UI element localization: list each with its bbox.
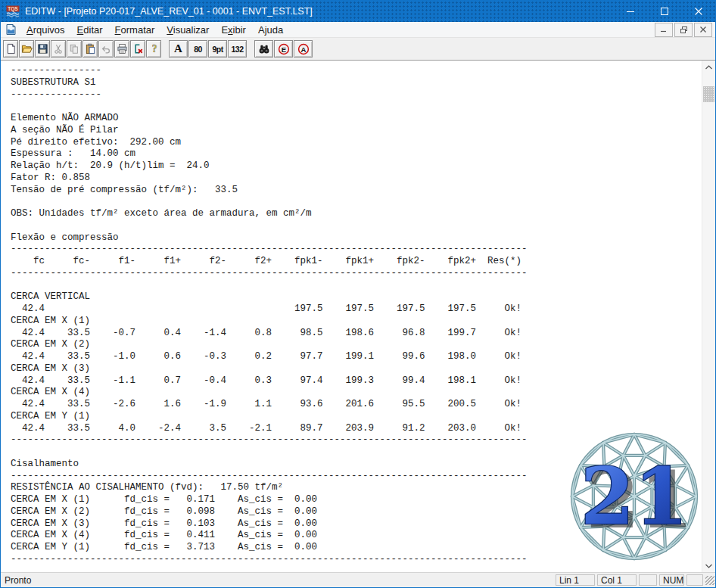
mdi-restore-icon	[680, 26, 687, 33]
menu-item-ajuda[interactable]: Ajuda	[252, 23, 289, 36]
scrollbar-thumb[interactable]	[703, 86, 714, 102]
circle-e-icon: E	[278, 43, 290, 55]
mdi-close-button[interactable]	[694, 23, 712, 37]
document-wave-icon	[5, 23, 17, 36]
empty-pane-2	[686, 574, 703, 586]
new-button[interactable]	[3, 40, 18, 58]
mdi-minimize-icon	[661, 26, 667, 33]
column-indicator: Col 1	[597, 574, 637, 586]
help-icon: ?	[148, 43, 160, 54]
columns-80-label: 80	[194, 45, 202, 54]
svg-text:E: E	[281, 45, 285, 53]
close-file-icon	[132, 43, 144, 54]
copy-icon	[69, 44, 79, 54]
columns-80-button[interactable]: 80	[188, 40, 207, 58]
copy-button	[67, 40, 82, 58]
new-file-icon	[5, 43, 17, 54]
help-button[interactable]: ?	[146, 40, 161, 58]
mdi-restore-button[interactable]	[674, 23, 693, 37]
close-icon	[695, 8, 702, 15]
open-button[interactable]	[19, 40, 34, 58]
open-folder-icon	[21, 43, 33, 54]
cut-icon	[53, 44, 64, 54]
marker-a-button[interactable]: A	[294, 40, 313, 58]
vertical-scrollbar[interactable]	[702, 61, 715, 572]
document-area: ---------------- SUBESTRUTURA S1 -------…	[1, 61, 715, 572]
paste-button[interactable]	[82, 40, 98, 58]
font-9pt-label: 9pt	[212, 45, 223, 54]
toolbar: ?A809pt132EA	[1, 38, 715, 61]
svg-text:?: ?	[151, 43, 157, 54]
editw-window: TQS EDITW - [Projeto P20-017_ALVE_REV_01…	[0, 0, 716, 588]
columns-132-label: 132	[231, 45, 243, 54]
maximize-button[interactable]	[647, 1, 681, 22]
save-button[interactable]	[35, 40, 50, 58]
menu-item-formatar[interactable]: Formatar	[109, 23, 161, 36]
maximize-icon	[661, 8, 668, 15]
undo-icon	[101, 44, 111, 54]
mdi-close-icon	[700, 26, 706, 33]
find-button[interactable]	[254, 40, 273, 58]
resize-grip[interactable]	[705, 576, 714, 585]
minimize-button[interactable]	[613, 1, 647, 22]
empty-pane-1	[639, 574, 657, 586]
menu-item-exibir[interactable]: Exibir	[215, 23, 252, 36]
title-bar: TQS EDITW - [Projeto P20-017_ALVE_REV_01…	[1, 1, 715, 22]
window-title: EDITW - [Projeto P20-017_ALVE_REV_01 - 0…	[25, 6, 613, 17]
svg-text:A: A	[300, 45, 306, 53]
menu-item-arquivos[interactable]: Arquivos	[20, 23, 71, 36]
menu-bar: ArquivosEditarFormatarVisualizarExibirAj…	[1, 22, 715, 38]
svg-text:TQS: TQS	[8, 6, 18, 12]
font-9pt-button[interactable]: 9pt	[208, 40, 227, 58]
tqs-app-icon: TQS	[6, 5, 20, 17]
mdi-window-controls	[653, 23, 712, 37]
circle-a-icon: A	[297, 43, 310, 55]
columns-132-button[interactable]: 132	[228, 40, 247, 58]
font-label: A	[174, 42, 182, 55]
paste-icon	[85, 43, 96, 54]
print-icon	[117, 43, 128, 54]
cut-button	[51, 40, 66, 58]
tqs-v21-logo: 2121	[569, 431, 699, 562]
print-button[interactable]	[114, 40, 129, 58]
close-button[interactable]	[681, 1, 715, 22]
scroll-up-icon[interactable]	[702, 61, 715, 73]
scroll-down-icon[interactable]	[702, 559, 715, 572]
mdi-minimize-button[interactable]	[655, 23, 673, 37]
menu-item-visualizar[interactable]: Visualizar	[160, 23, 215, 36]
status-bar: Pronto Lin 1Col 1NUM	[1, 572, 715, 587]
undo-button	[98, 40, 114, 58]
close-file-button[interactable]	[130, 40, 145, 58]
status-message: Pronto	[5, 575, 556, 586]
num-lock-indicator: NUM	[659, 574, 684, 586]
line-indicator: Lin 1	[556, 574, 595, 586]
save-icon	[37, 43, 48, 54]
font-button[interactable]: A	[169, 40, 188, 58]
logo-21-text: 21	[581, 451, 688, 542]
marker-e-button[interactable]: E	[274, 40, 293, 58]
menu-item-editar[interactable]: Editar	[71, 23, 109, 36]
find-icon	[258, 43, 270, 54]
